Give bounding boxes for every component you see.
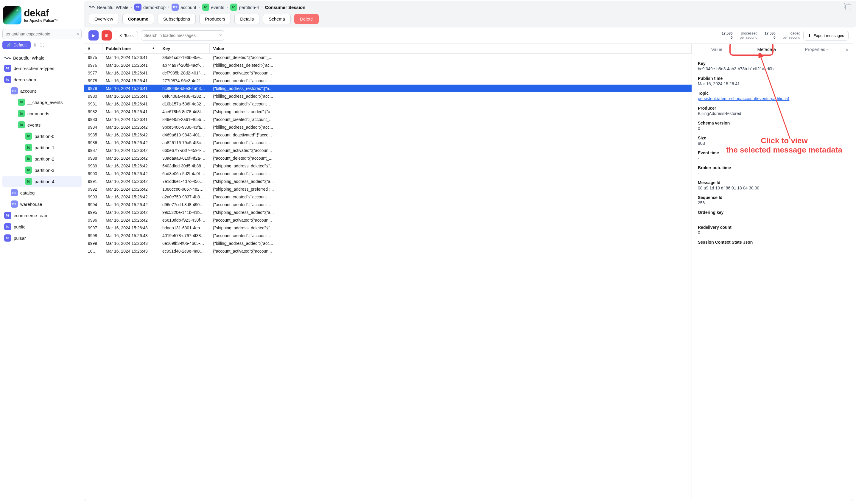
breadcrumb-item[interactable]: Consumer Session bbox=[265, 5, 306, 10]
message-row[interactable]: 9978Mar 16, 2024 15:26:41277f9874-96e3-4… bbox=[84, 77, 692, 85]
field-broker-pub-time: Broker pub. time- bbox=[698, 165, 847, 176]
tab-value[interactable]: Value bbox=[692, 44, 742, 56]
message-row[interactable]: 9998Mar 16, 2024 15:26:434019e578-c767-4… bbox=[84, 232, 692, 239]
tree-item-events[interactable]: toevents bbox=[2, 119, 82, 130]
cell-k: ab74a97f-20fd-4acf-bd... bbox=[159, 61, 209, 69]
message-row[interactable]: 9983Mar 16, 2024 15:26:41849ef45b-2a61-4… bbox=[84, 115, 692, 123]
cell-k: 38a91cd2-196b-45e8-b... bbox=[159, 54, 209, 62]
message-row[interactable]: 9976Mar 16, 2024 15:26:41ab74a97f-20fd-4… bbox=[84, 61, 692, 69]
export-button[interactable]: ⬇ Export messages bbox=[803, 31, 849, 40]
message-row[interactable]: 9985Mar 16, 2024 15:26:42d469a613-9843-4… bbox=[84, 131, 692, 139]
col--[interactable]: # bbox=[84, 44, 102, 54]
message-row[interactable]: 9997Mar 16, 2024 15:26:43bdaea131-6301-4… bbox=[84, 224, 692, 232]
tree-item-partition-2[interactable]: topartition-2 bbox=[2, 153, 82, 164]
tools-button[interactable]: ✕ Tools bbox=[115, 31, 138, 40]
collapse-icon[interactable]: ⇅ bbox=[33, 42, 38, 48]
tree-item-catalog[interactable]: nscatalog bbox=[2, 187, 82, 198]
message-row[interactable]: 9986Mar 16, 2024 15:26:42aa826116-79a5-4… bbox=[84, 139, 692, 147]
message-row[interactable]: 9992Mar 16, 2024 15:26:421086cce6-9857-4… bbox=[84, 185, 692, 193]
cell-t: Mar 16, 2024 15:26:41 bbox=[102, 115, 159, 123]
copy-icon[interactable] bbox=[845, 4, 851, 10]
message-row[interactable]: 9991Mar 16, 2024 15:26:427e1dd6e1-4d7c-4… bbox=[84, 178, 692, 185]
export-label: Export messages bbox=[814, 33, 844, 38]
to-badge: to bbox=[25, 155, 32, 162]
message-row[interactable]: 9990Mar 16, 2024 15:26:426ad8e06a-5d2f-4… bbox=[84, 170, 692, 178]
message-row[interactable]: 9982Mar 16, 2024 15:26:414ce678b6-8d78-4… bbox=[84, 108, 692, 115]
tree-item-account[interactable]: nsaccount bbox=[2, 85, 82, 96]
tab-schema[interactable]: Schema bbox=[263, 14, 291, 24]
message-row[interactable]: 9980Mar 16, 2024 15:26:410ef6408a-4e38-4… bbox=[84, 92, 692, 100]
field-message-id: Message Id08 a9 1d 10 df 86 01 18 04 30 … bbox=[698, 180, 847, 190]
message-row[interactable]: 9989Mar 16, 2024 15:26:425403dfed-30d5-4… bbox=[84, 162, 692, 170]
tree-item-partition-3[interactable]: topartition-3 bbox=[2, 164, 82, 176]
tree-item-partition-1[interactable]: topartition-1 bbox=[2, 142, 82, 153]
cell-k: 277f9874-96e3-4d21-b... bbox=[159, 77, 209, 85]
tree-item-commands[interactable]: tocommands bbox=[2, 108, 82, 119]
tab-subscriptions[interactable]: Subscriptions bbox=[158, 14, 196, 24]
breadcrumb-item[interactable]: tedemo-shop bbox=[134, 4, 166, 11]
tree-item-beautiful-whale[interactable]: Beautiful Whale bbox=[2, 53, 82, 62]
breadcrumb-item[interactable]: nsaccount bbox=[172, 4, 196, 11]
to-badge: to bbox=[25, 132, 32, 140]
breadcrumb-item[interactable]: topartition-4 bbox=[230, 4, 259, 11]
breadcrumb-item[interactable]: toevents bbox=[202, 4, 224, 11]
message-row[interactable]: 9979Mar 16, 2024 15:26:41bc9f049e-b8e3-4… bbox=[84, 85, 692, 92]
tab-details[interactable]: Details bbox=[234, 14, 260, 24]
tab-delete[interactable]: Delete bbox=[294, 14, 318, 24]
clear-icon[interactable]: × bbox=[219, 33, 222, 38]
breadcrumb-label: events bbox=[211, 5, 224, 10]
tree-item-public[interactable]: tepublic bbox=[2, 221, 82, 232]
tree-label: public bbox=[14, 224, 25, 229]
default-cluster-button[interactable]: 🔗 Default bbox=[2, 41, 31, 49]
tree-item-demo-schema-types[interactable]: tedemo-schema-types bbox=[2, 62, 82, 74]
tree-item-partition-0[interactable]: topartition-0 bbox=[2, 130, 82, 142]
tree-item-partition-4[interactable]: topartition-4 bbox=[2, 176, 82, 187]
tab-consume[interactable]: Consume bbox=[122, 14, 154, 24]
field-label: Producer bbox=[698, 106, 847, 110]
tab-overview[interactable]: Overview bbox=[89, 14, 119, 24]
cell-k: 849ef45b-2a61-465b-9... bbox=[159, 115, 209, 123]
message-row[interactable]: 9981Mar 16, 2024 15:26:41d10b157a-536f-4… bbox=[84, 100, 692, 108]
tab-properties[interactable]: Properties- bbox=[791, 44, 841, 56]
field-value[interactable]: persistent://demo-shop/account/events-pa… bbox=[698, 96, 847, 101]
tree-item-pulsar[interactable]: tepulsar bbox=[2, 232, 82, 244]
col-publish-time[interactable]: Publish time▲ bbox=[102, 44, 159, 54]
message-row[interactable]: 9984Mar 16, 2024 15:26:429bce5406-9330-4… bbox=[84, 123, 692, 131]
message-row[interactable]: 9987Mar 16, 2024 15:26:42660e67f7-a3f7-4… bbox=[84, 147, 692, 154]
chevron-right-icon: › bbox=[199, 5, 200, 9]
message-row[interactable]: 9999Mar 16, 2024 15:26:436e169fb3-ff0b-4… bbox=[84, 239, 692, 247]
message-grid[interactable]: #Publish time▲KeyValue 9975Mar 16, 2024 … bbox=[84, 44, 692, 501]
sidebar-search-input[interactable] bbox=[2, 29, 82, 39]
tree-item-warehouse[interactable]: nswarehouse bbox=[2, 198, 82, 210]
message-search-input[interactable] bbox=[141, 30, 224, 40]
message-row[interactable]: 9993Mar 16, 2024 15:26:42a2a0e750-9837-4… bbox=[84, 193, 692, 201]
breadcrumb-item[interactable]: Beautiful Whale bbox=[89, 5, 128, 10]
close-detail-button[interactable]: × bbox=[841, 44, 853, 56]
te-badge: te bbox=[4, 234, 11, 241]
message-row[interactable]: 9994Mar 16, 2024 15:26:42d96e77cd-b8d8-4… bbox=[84, 201, 692, 209]
tree-item-demo-shop[interactable]: tedemo-shop bbox=[2, 74, 82, 85]
message-row[interactable]: 10000Mar 16, 2024 15:26:43ec991d48-2e9e-… bbox=[84, 247, 692, 255]
tools-icon: ✕ bbox=[119, 33, 122, 38]
tab-metadata[interactable]: Metadata bbox=[742, 44, 791, 56]
breadcrumb-label: Beautiful Whale bbox=[97, 5, 128, 10]
message-row[interactable]: 9995Mar 16, 2024 15:26:4299c5320e-141b-4… bbox=[84, 209, 692, 216]
cell-t: Mar 16, 2024 15:26:42 bbox=[102, 209, 159, 216]
col-key[interactable]: Key bbox=[159, 44, 209, 54]
clear-icon[interactable]: × bbox=[76, 31, 79, 37]
tree-item-ecommerce-team[interactable]: teecommerce-team bbox=[2, 210, 82, 221]
to-badge: to bbox=[18, 121, 25, 128]
clear-button[interactable]: 🗑 bbox=[102, 30, 112, 40]
message-row[interactable]: 9988Mar 16, 2024 15:26:4230adaaa8-010f-4… bbox=[84, 154, 692, 162]
message-row[interactable]: 9996Mar 16, 2024 15:26:42e5613ddb-f923-4… bbox=[84, 216, 692, 224]
expand-icon[interactable]: ⛶ bbox=[40, 42, 45, 48]
cell-n: 9988 bbox=[84, 154, 102, 162]
col-value[interactable]: Value bbox=[209, 44, 692, 54]
cell-n: 9995 bbox=[84, 209, 102, 216]
tree-item--change-events[interactable]: to__change_events bbox=[2, 96, 82, 108]
play-button[interactable]: ▶ bbox=[88, 30, 99, 40]
tab-producers[interactable]: Producers bbox=[199, 14, 231, 24]
field-value: - bbox=[698, 215, 847, 220]
message-row[interactable]: 9977Mar 16, 2024 15:26:41dcf7935b-28d2-4… bbox=[84, 69, 692, 77]
message-row[interactable]: 9975Mar 16, 2024 15:26:4138a91cd2-196b-4… bbox=[84, 54, 692, 62]
